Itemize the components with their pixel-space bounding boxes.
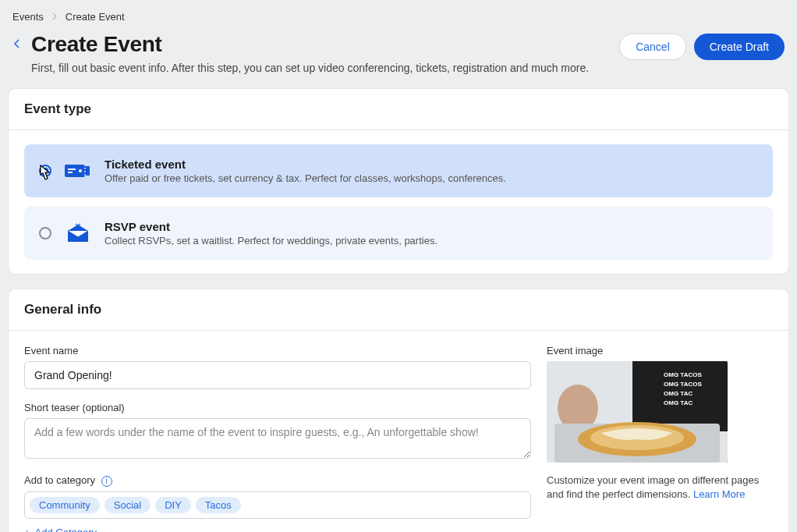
option-ticketed-event[interactable]: Ticketed event Offer paid or free ticket… [24, 144, 773, 197]
breadcrumb-root[interactable]: Events [12, 11, 44, 23]
svg-rect-0 [65, 165, 85, 177]
add-category-button[interactable]: + Add Category [24, 527, 97, 532]
event-type-card: Event type Ticketed event Offer paid or … [8, 88, 789, 275]
svg-rect-2 [68, 172, 73, 173]
page-title: Create Event [31, 32, 589, 57]
rsvp-desc: Collect RSVPs, set a waitlist. Perfect f… [104, 235, 758, 246]
category-chip[interactable]: DIY [155, 497, 191, 513]
ticket-icon [64, 162, 92, 179]
event-type-heading: Event type [9, 89, 788, 130]
chevron-right-icon [51, 11, 58, 23]
learn-more-link[interactable]: Learn More [693, 488, 745, 500]
teaser-textarea[interactable] [24, 418, 531, 459]
category-chip[interactable]: Tacos [196, 497, 241, 513]
svg-rect-1 [68, 168, 76, 170]
create-draft-button[interactable]: Create Draft [694, 34, 785, 60]
option-rsvp-event[interactable]: RSVP event Collect RSVPs, set a waitlist… [24, 207, 773, 260]
svg-text:OMG TACOS: OMG TACOS [664, 381, 702, 388]
category-chip[interactable]: Community [30, 497, 100, 513]
svg-text:OMG TACOS: OMG TACOS [664, 371, 702, 378]
event-image-preview[interactable]: OMG TACOS OMG TACOS OMG TAC OMG TAC [547, 361, 728, 463]
cancel-button[interactable]: Cancel [619, 34, 686, 60]
plus-icon: + [24, 527, 30, 532]
general-info-heading: General info [9, 289, 788, 331]
image-hint-text: Customize your event image on different … [547, 473, 773, 502]
general-info-card: General info Event name Short teaser (op… [8, 289, 789, 532]
ticketed-title: Ticketed event [104, 158, 758, 171]
event-name-label: Event name [24, 345, 531, 356]
svg-text:OMG TAC: OMG TAC [664, 399, 693, 406]
info-icon[interactable]: i [101, 476, 112, 487]
event-name-input[interactable] [24, 361, 531, 389]
radio-unselected-icon[interactable] [39, 227, 51, 239]
breadcrumb: Events Create Event [0, 0, 797, 32]
envelope-icon [64, 223, 92, 243]
category-chip[interactable]: Social [104, 497, 151, 513]
svg-point-3 [79, 169, 82, 172]
page-subtitle: First, fill out basic event info. After … [31, 62, 589, 74]
ticketed-desc: Offer paid or free tickets, set currency… [104, 172, 758, 184]
radio-selected-icon[interactable] [39, 165, 51, 177]
svg-text:OMG TAC: OMG TAC [664, 390, 693, 397]
back-chevron-icon[interactable] [9, 32, 25, 53]
rsvp-title: RSVP event [104, 220, 758, 233]
breadcrumb-current: Create Event [66, 11, 125, 23]
teaser-label: Short teaser (optional) [24, 402, 531, 413]
event-image-label: Event image [547, 345, 773, 356]
category-label: Add to category i [24, 474, 531, 487]
category-input[interactable]: Community Social DIY Tacos [24, 491, 531, 519]
